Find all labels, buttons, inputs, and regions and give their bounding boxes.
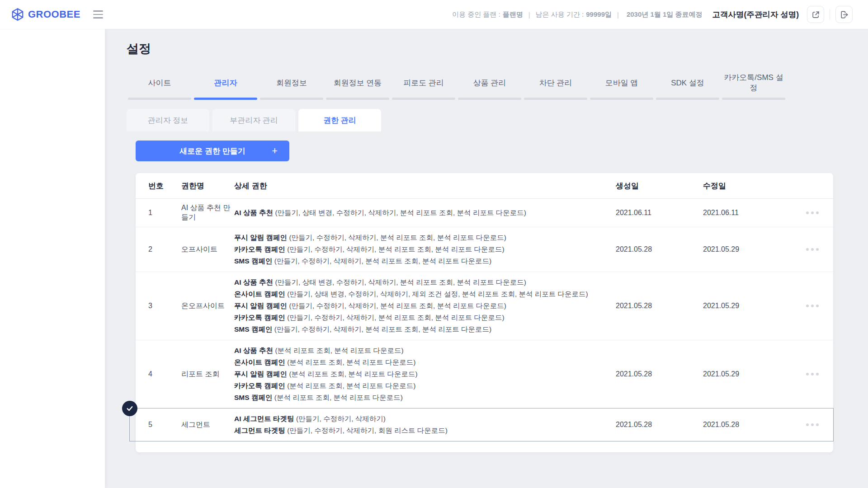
- main-tab[interactable]: 상품 관리: [457, 72, 523, 100]
- column-header-created: 생성일: [616, 176, 703, 196]
- plan-label: 이용 중인 플랜 :: [452, 10, 500, 19]
- sub-tab[interactable]: 관리자 정보: [127, 109, 209, 131]
- separator: |: [617, 11, 619, 19]
- main-tab[interactable]: SDK 설정: [655, 72, 721, 100]
- brand-logo[interactable]: GROOBEE: [11, 8, 80, 21]
- permission-details: AI 상품 추천 (만들기, 상태 변경, 수정하기, 삭제하기, 분석 리포트…: [234, 202, 616, 223]
- modified-date: 2021.05.29: [703, 241, 799, 258]
- permission-detail-line: 카카오톡 캠페인 (만들기, 수정하기, 삭제하기, 분석 리포트 조회, 분석…: [234, 312, 612, 324]
- permission-details: AI 상품 추천 (만들기, 상태 변경, 수정하기, 삭제하기, 분석 리포트…: [234, 272, 616, 340]
- row-number: 5: [143, 416, 181, 433]
- table-body: 1 AI 상품 추천 만들기 AI 상품 추천 (만들기, 상태 변경, 수정하…: [136, 199, 833, 441]
- main-tab[interactable]: 회원정보: [259, 72, 325, 100]
- sub-tab[interactable]: 부관리자 관리: [212, 109, 295, 131]
- main-content: 설정 사이트관리자회원정보회원정보 연동피로도 관리상품 관리차단 관리모바일 …: [105, 29, 868, 488]
- permission-detail-line: 푸시 알림 캠페인 (만들기, 수정하기, 삭제하기, 분석 리포트 조회, 분…: [234, 300, 612, 312]
- permission-detail-line: AI 세그먼트 타겟팅 (만들기, 수정하기, 삭제하기): [234, 413, 612, 425]
- remaining-value: 99999일: [586, 10, 612, 19]
- top-bar: GROOBEE 이용 중인 플랜 : 플랜명 | 남은 사용 기간 : 9999…: [0, 0, 868, 29]
- column-header-details: 상세 권한: [234, 176, 616, 196]
- created-date: 2021.05.28: [616, 366, 703, 383]
- sidebar: [0, 29, 105, 488]
- permission-name: 세그먼트: [181, 416, 234, 434]
- sub-tabs: 관리자 정보부관리자 관리권한 관리: [127, 109, 868, 131]
- main-tab[interactable]: 카카오톡/SMS 설정: [721, 72, 787, 100]
- create-permission-button[interactable]: 새로운 권한 만들기 +: [136, 141, 289, 161]
- permission-detail-line: SMS 캠페인 (분석 리포트 조회, 분석 리포트 다운로드): [234, 392, 612, 404]
- page-title: 설정: [127, 41, 868, 57]
- permission-detail-line: 온사이트 캠페인 (분석 리포트 조회, 분석 리포트 다운로드): [234, 357, 612, 368]
- permission-detail-line: AI 상품 추천 (분석 리포트 조회, 분석 리포트 다운로드): [234, 345, 612, 357]
- permission-details: AI 상품 추천 (분석 리포트 조회, 분석 리포트 다운로드)온사이트 캠페…: [234, 340, 616, 408]
- row-number: 2: [143, 241, 181, 258]
- sub-tab[interactable]: 권한 관리: [298, 109, 381, 131]
- permission-detail-line: SMS 캠페인 (만들기, 수정하기, 삭제하기, 분석 리포트 조회, 분석 …: [234, 255, 612, 267]
- row-actions-button[interactable]: [803, 370, 821, 378]
- permission-detail-line: AI 상품 추천 (만들기, 상태 변경, 수정하기, 삭제하기, 분석 리포트…: [234, 277, 612, 288]
- created-date: 2021.05.28: [616, 297, 703, 314]
- main-tab[interactable]: 관리자: [193, 72, 259, 100]
- remaining-label: 남은 사용 기간 :: [536, 10, 584, 19]
- table-row[interactable]: 5 세그먼트 AI 세그먼트 타겟팅 (만들기, 수정하기, 삭제하기)세그먼트…: [136, 408, 833, 441]
- permission-name: 오프사이트: [181, 240, 234, 259]
- main-tab[interactable]: 피로도 관리: [391, 72, 457, 100]
- permission-detail-line: AI 상품 추천 (만들기, 상태 변경, 수정하기, 삭제하기, 분석 리포트…: [234, 207, 612, 219]
- create-permission-label: 새로운 권한 만들기: [179, 147, 245, 155]
- permission-detail-line: SMS 캠페인 (만들기, 수정하기, 삭제하기, 분석 리포트 조회, 분석 …: [234, 324, 612, 335]
- menu-hamburger-icon[interactable]: [93, 10, 105, 19]
- table-row[interactable]: 4 리포트 조회 AI 상품 추천 (분석 리포트 조회, 분석 리포트 다운로…: [136, 340, 833, 408]
- table-header-row: 번호 권한명 상세 권한 생성일 수정일: [136, 173, 833, 199]
- permission-detail-line: 카카오톡 캠페인 (분석 리포트 조회, 분석 리포트 다운로드): [234, 380, 612, 392]
- permission-detail-line: 온사이트 캠페인 (만들기, 상태 변경, 수정하기, 삭제하기, 제외 조건 …: [234, 288, 612, 300]
- plan-info: 이용 중인 플랜 : 플랜명 | 남은 사용 기간 : 99999일 | 203…: [452, 10, 702, 19]
- account-name: 고객사명(주관리자 성명): [712, 9, 799, 20]
- permission-name: AI 상품 추천 만들기: [181, 199, 234, 227]
- modified-date: 2021.06.11: [703, 204, 799, 221]
- table-row[interactable]: 3 온오프사이트 AI 상품 추천 (만들기, 상태 변경, 수정하기, 삭제하…: [136, 272, 833, 340]
- permission-name: 온오프사이트: [181, 297, 234, 315]
- main-tab[interactable]: 회원정보 연동: [325, 72, 391, 100]
- permissions-table: 번호 권한명 상세 권한 생성일 수정일 1 AI 상품 추천 만들기 AI 상…: [136, 173, 833, 452]
- modified-date: 2021.05.29: [703, 366, 799, 383]
- created-date: 2021.05.28: [616, 416, 703, 433]
- external-link-icon: [811, 10, 820, 19]
- row-number: 4: [143, 366, 181, 383]
- created-date: 2021.05.28: [616, 241, 703, 258]
- permission-detail-line: 푸시 알림 캠페인 (만들기, 수정하기, 삭제하기, 분석 리포트 조회, 분…: [234, 232, 612, 244]
- modified-date: 2021.05.29: [703, 297, 799, 314]
- permission-details: 푸시 알림 캠페인 (만들기, 수정하기, 삭제하기, 분석 리포트 조회, 분…: [234, 227, 616, 272]
- plan-value: 플랜명: [503, 10, 523, 19]
- main-tab[interactable]: 사이트: [127, 72, 193, 100]
- column-header-name: 권한명: [181, 176, 234, 196]
- main-tabs: 사이트관리자회원정보회원정보 연동피로도 관리상품 관리차단 관리모바일 앱SD…: [127, 72, 868, 100]
- logout-button[interactable]: [835, 6, 853, 23]
- main-tab[interactable]: 모바일 앱: [589, 72, 655, 100]
- separator: |: [528, 11, 530, 19]
- expiry-date: 2030년 1월 1일 종료예정: [627, 10, 703, 19]
- permission-detail-line: 카카오톡 캠페인 (만들기, 수정하기, 삭제하기, 분석 리포트 조회, 분석…: [234, 244, 612, 255]
- created-date: 2021.06.11: [616, 204, 703, 221]
- main-tab[interactable]: 차단 관리: [523, 72, 589, 100]
- row-actions-button[interactable]: [803, 421, 821, 429]
- modified-date: 2021.05.28: [703, 416, 799, 433]
- permission-detail-line: 세그먼트 타겟팅 (만들기, 수정하기, 삭제하기, 회원 리스트 다운로드): [234, 425, 612, 436]
- table-row[interactable]: 2 오프사이트 푸시 알림 캠페인 (만들기, 수정하기, 삭제하기, 분석 리…: [136, 227, 833, 272]
- brand-name: GROOBEE: [28, 9, 80, 20]
- permission-details: AI 세그먼트 타겟팅 (만들기, 수정하기, 삭제하기)세그먼트 타겟팅 (만…: [234, 408, 616, 441]
- logout-icon: [840, 10, 849, 19]
- permission-name: 리포트 조회: [181, 365, 234, 384]
- open-new-window-button[interactable]: [807, 6, 824, 23]
- table-row[interactable]: 1 AI 상품 추천 만들기 AI 상품 추천 (만들기, 상태 변경, 수정하…: [136, 199, 833, 227]
- divider: [830, 9, 830, 20]
- hexagon-logo-icon: [11, 8, 24, 21]
- row-actions-button[interactable]: [803, 209, 821, 217]
- column-header-number: 번호: [143, 176, 181, 196]
- row-number: 1: [143, 204, 181, 221]
- column-header-modified: 수정일: [703, 176, 799, 196]
- row-actions-button[interactable]: [803, 245, 821, 253]
- permission-detail-line: 푸시 알림 캠페인 (분석 리포트 조회, 분석 리포트 다운로드): [234, 368, 612, 380]
- row-number: 3: [143, 297, 181, 314]
- plus-icon: +: [272, 145, 278, 157]
- selected-check-icon: [122, 401, 137, 416]
- row-actions-button[interactable]: [803, 302, 821, 310]
